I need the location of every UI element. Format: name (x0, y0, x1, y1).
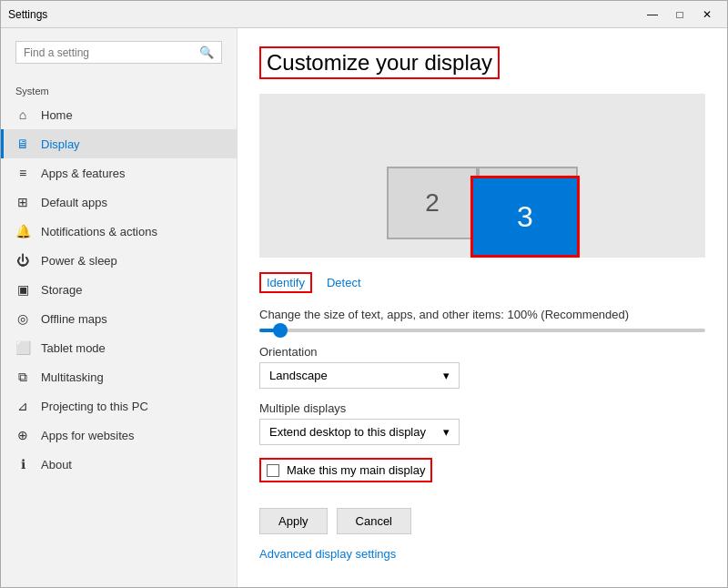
make-main-checkbox[interactable] (267, 464, 279, 477)
slider-thumb[interactable] (273, 323, 288, 338)
monitor-2[interactable]: 2 (387, 167, 478, 239)
sidebar-item-default-apps[interactable]: ⊞ Default apps (1, 188, 237, 217)
detect-link[interactable]: Detect (327, 276, 361, 289)
sidebar-item-apps-websites[interactable]: ⊕ Apps for websites (1, 421, 237, 450)
monitor-3[interactable]: 3 (470, 176, 580, 258)
sidebar-item-label: Tablet mode (41, 341, 106, 355)
websites-icon: ⊕ (15, 428, 30, 442)
sidebar-item-display[interactable]: 🖥 Display (1, 129, 237, 158)
search-icon: 🔍 (199, 46, 214, 59)
close-button[interactable]: ✕ (694, 5, 720, 24)
maps-icon: ◎ (15, 311, 30, 326)
sidebar-item-apps-features[interactable]: ≡ Apps & features (1, 158, 237, 188)
search-box[interactable]: 🔍 (15, 41, 222, 64)
advanced-display-settings-link[interactable]: Advanced display settings (259, 547, 396, 561)
chevron-down-icon: ▾ (443, 369, 450, 382)
minimize-button[interactable]: — (640, 5, 665, 24)
main-content: Customize your display 2 3 1 (238, 28, 727, 587)
monitor-group: 2 3 1 (387, 167, 578, 239)
multiple-displays-value: Extend desktop to this display (269, 425, 426, 439)
sidebar-item-label: Multitasking (41, 370, 104, 384)
sidebar-item-label: Default apps (41, 196, 107, 209)
make-main-checkbox-label[interactable]: Make this my main display (259, 458, 432, 482)
display-icon: 🖥 (15, 137, 30, 151)
multitasking-icon: ⧉ (15, 370, 30, 384)
slider-track (259, 329, 705, 332)
projecting-icon: ⊿ (15, 399, 30, 413)
multiple-displays-label: Multiple displays (259, 401, 705, 415)
sidebar-item-offline-maps[interactable]: ◎ Offline maps (1, 304, 237, 333)
sidebar-item-home[interactable]: ⌂ Home (1, 100, 237, 129)
sidebar-item-label: Apps for websites (41, 429, 135, 442)
sidebar-item-label: Offline maps (41, 312, 107, 326)
orientation-select[interactable]: Landscape ▾ (259, 362, 460, 389)
storage-icon: ▣ (15, 282, 30, 297)
sidebar-header: 🔍 (1, 28, 237, 80)
sidebar-item-label: Power & sleep (41, 254, 117, 268)
chevron-down-icon-2: ▾ (443, 425, 450, 439)
make-main-label: Make this my main display (287, 463, 425, 477)
default-apps-icon: ⊞ (15, 195, 30, 209)
identify-button[interactable]: Identify (259, 272, 312, 293)
sidebar-item-label: Projecting to this PC (41, 400, 148, 413)
settings-window: Settings — □ ✕ 🔍 System ⌂ Home 🖥 Display (0, 0, 728, 588)
multiple-displays-select[interactable]: Extend desktop to this display ▾ (259, 419, 460, 445)
title-bar-controls: — □ ✕ (640, 5, 720, 24)
cancel-button[interactable]: Cancel (337, 508, 411, 534)
sidebar-item-tablet-mode[interactable]: ⬜ Tablet mode (1, 333, 237, 362)
sidebar: 🔍 System ⌂ Home 🖥 Display ≡ Apps & featu… (1, 28, 238, 587)
system-label: System (1, 80, 237, 100)
apply-button[interactable]: Apply (259, 508, 328, 534)
multiple-displays-group: Multiple displays Extend desktop to this… (259, 401, 705, 445)
make-main-container: Make this my main display (259, 458, 705, 495)
sidebar-item-label: Display (41, 137, 80, 151)
about-icon: ℹ (15, 457, 30, 471)
text-size-section: Change the size of text, apps, and other… (259, 308, 705, 332)
sidebar-item-storage[interactable]: ▣ Storage (1, 275, 237, 304)
sidebar-item-label: Home (41, 108, 73, 122)
title-bar: Settings — □ ✕ (1, 1, 727, 28)
sidebar-item-label: About (41, 458, 72, 471)
text-size-label: Change the size of text, apps, and other… (259, 308, 705, 321)
monitor-stack: 3 1 (478, 167, 578, 239)
orientation-value: Landscape (269, 369, 328, 382)
apps-features-icon: ≡ (15, 166, 30, 180)
home-icon: ⌂ (15, 107, 30, 122)
sidebar-item-label: Storage (41, 283, 83, 297)
sidebar-item-about[interactable]: ℹ About (1, 450, 237, 479)
sidebar-item-notifications[interactable]: 🔔 Notifications & actions (1, 217, 237, 246)
search-input[interactable] (24, 46, 199, 59)
power-icon: ⏻ (15, 253, 30, 268)
sidebar-item-multitasking[interactable]: ⧉ Multitasking (1, 362, 237, 391)
orientation-group: Orientation Landscape ▾ (259, 345, 705, 389)
sidebar-item-label: Apps & features (41, 167, 126, 180)
title-bar-text: Settings (8, 8, 640, 21)
sidebar-item-power-sleep[interactable]: ⏻ Power & sleep (1, 246, 237, 275)
window-content: 🔍 System ⌂ Home 🖥 Display ≡ Apps & featu… (1, 28, 727, 587)
notifications-icon: 🔔 (15, 224, 30, 238)
sidebar-item-label: Notifications & actions (41, 225, 157, 238)
button-row: Apply Cancel (259, 508, 705, 534)
page-title: Customize your display (259, 46, 500, 79)
orientation-label: Orientation (259, 345, 705, 359)
maximize-button[interactable]: □ (667, 5, 693, 24)
actions-row: Identify Detect (259, 272, 705, 293)
sidebar-item-projecting[interactable]: ⊿ Projecting to this PC (1, 391, 237, 421)
tablet-icon: ⬜ (15, 340, 30, 355)
display-area: 2 3 1 (259, 94, 705, 258)
